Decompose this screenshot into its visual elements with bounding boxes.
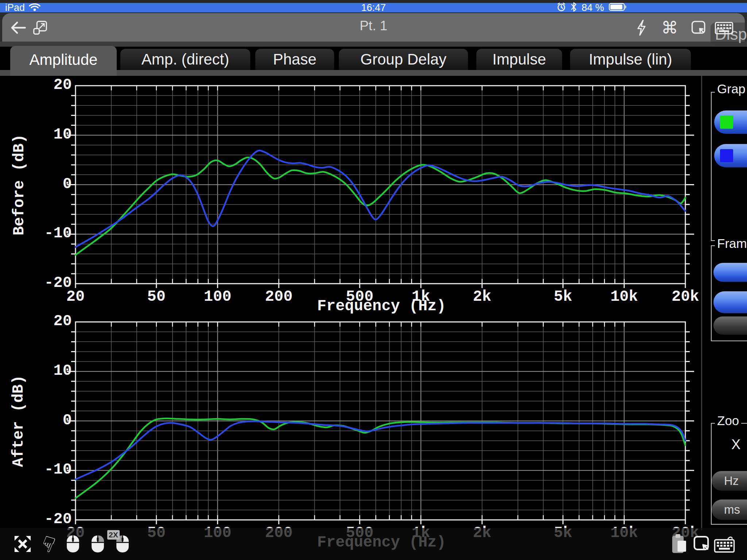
x-tick-label: 100 (189, 288, 247, 306)
screen: iPad 16:47 84 % Pt. 1 (0, 0, 747, 560)
ms-label: ms (724, 503, 740, 517)
bluetooth-icon (570, 2, 577, 13)
frames-slider-1[interactable] (713, 263, 747, 282)
clipboard-icon[interactable] (667, 533, 691, 555)
double-click-badge: 2X (107, 530, 120, 540)
y-axis-title: After (dB) (9, 322, 28, 520)
graphs-group-label: Grap (715, 82, 747, 96)
tab-phase[interactable]: Phase (255, 49, 334, 70)
hz-label: Hz (724, 474, 739, 488)
x-tick-label: 20k (656, 288, 715, 306)
bottom-toolbar: ☟ 2X (0, 528, 747, 560)
battery-icon (608, 2, 627, 13)
x-tick-label: 50 (127, 288, 186, 306)
unit-ms-button[interactable]: ms (712, 499, 747, 520)
keyboard-icon[interactable] (713, 533, 736, 555)
frames-slider-2[interactable] (713, 291, 747, 313)
double-click-icon[interactable]: 2X (111, 533, 134, 555)
x-tick-label: 5k (534, 288, 592, 306)
blue-swatch (720, 149, 733, 162)
y-axis-title: Before (dB) (10, 86, 29, 284)
pan-arrows-icon[interactable] (11, 533, 34, 555)
clock-label: 16:47 (0, 3, 747, 12)
x-tick-label: 10k (595, 288, 653, 306)
after-plot-area[interactable] (76, 322, 685, 520)
tab-amp-direct[interactable]: Amp. (direct) (120, 49, 250, 70)
touch-mode-icon[interactable] (690, 19, 708, 36)
battery-percent-label: 84 % (581, 3, 604, 12)
tab-impulse-lin[interactable]: Impulse (lin) (570, 49, 691, 70)
tab-impulse[interactable]: Impulse (476, 49, 562, 70)
tap-screen-icon[interactable] (690, 533, 714, 555)
frames-gray-button[interactable] (713, 316, 747, 335)
right-click-icon[interactable] (86, 533, 109, 555)
pointer-hand-icon[interactable]: ☟ (33, 529, 63, 559)
left-click-icon[interactable] (61, 533, 85, 555)
keyboard-toggle-icon[interactable] (714, 19, 734, 36)
x-axis-title: Frequency (Hz) (272, 298, 491, 315)
green-swatch (720, 116, 733, 129)
frames-group-label: Fram (715, 236, 747, 251)
shortcut-bolt-icon[interactable] (633, 19, 649, 36)
graph-toggle-green[interactable] (714, 110, 747, 134)
unit-hz-button[interactable]: Hz (712, 471, 747, 491)
command-key-icon[interactable]: ⌘ (661, 19, 678, 36)
zoom-group-label: Zoo (715, 413, 741, 428)
alarm-icon (557, 2, 566, 13)
before-plot-area[interactable] (76, 86, 685, 284)
tab-group-delay[interactable]: Group Delay (339, 49, 468, 70)
status-right: 84 % (557, 3, 627, 12)
tab-amplitude[interactable]: Amplitude (10, 46, 117, 76)
panel-divider (701, 76, 702, 530)
graph-toggle-blue[interactable] (714, 144, 747, 167)
zoom-x-label: X (731, 437, 740, 452)
